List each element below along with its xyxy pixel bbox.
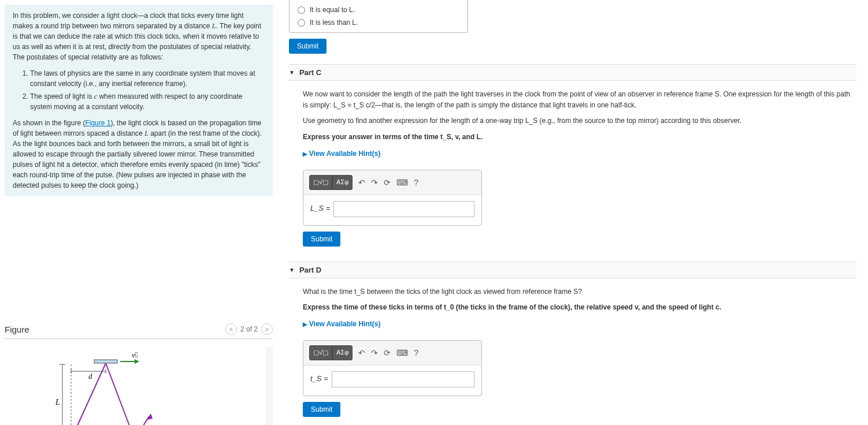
part-c-text1: We now want to consider the length of th… — [303, 89, 856, 111]
part-d-text1: What is the time t_S between the ticks o… — [303, 286, 856, 297]
svg-marker-7 — [135, 359, 139, 364]
radio-less-input[interactable] — [298, 19, 305, 27]
part-d-header[interactable]: ▼ Part D — [289, 262, 856, 278]
answer-input-d[interactable] — [332, 371, 474, 387]
redo-icon[interactable]: ↷ — [371, 346, 378, 359]
submit-button-d[interactable]: Submit — [303, 402, 340, 417]
reset-icon[interactable]: ⟳ — [384, 346, 391, 359]
svg-text:v⃗: v⃗ — [132, 351, 138, 359]
figure-link[interactable]: Figure 1 — [85, 119, 110, 127]
part-d-title: Part D — [299, 266, 321, 274]
keyboard-icon[interactable]: ⌨ — [396, 346, 408, 359]
help-icon[interactable]: ? — [414, 346, 418, 359]
figure-pager: < 2 of 2 > — [225, 323, 273, 335]
problem-intro: In this problem, we consider a light clo… — [5, 5, 273, 196]
pager-prev-button[interactable]: < — [225, 323, 237, 335]
svg-line-15 — [135, 416, 149, 425]
collapse-icon: ▼ — [289, 69, 295, 76]
answer-input-c[interactable] — [333, 201, 474, 217]
figure-diagram: L v⃗ d — [5, 347, 273, 425]
undo-icon[interactable]: ↶ — [358, 176, 365, 189]
redo-icon[interactable]: ↷ — [371, 176, 378, 189]
undo-icon[interactable]: ↶ — [358, 346, 365, 359]
figure-title: Figure — [5, 325, 29, 334]
part-c-title: Part C — [299, 68, 321, 77]
greek-button[interactable]: ΑΣφ — [332, 175, 353, 190]
svg-marker-16 — [147, 413, 153, 420]
templates-button[interactable]: ▢√▢ — [309, 345, 332, 360]
templates-button[interactable]: ▢√▢ — [309, 175, 332, 190]
answer-label-c: L_S = — [310, 203, 330, 215]
submit-button-c[interactable]: Submit — [303, 232, 340, 247]
reset-icon[interactable]: ⟳ — [384, 176, 391, 189]
svg-text:L: L — [55, 398, 60, 407]
part-c-text2: Use geometry to find another expression … — [303, 115, 856, 126]
answer-label-d: t_S = — [310, 373, 328, 385]
part-c-header[interactable]: ▼ Part C — [289, 64, 856, 81]
hints-toggle-c[interactable]: View Available Hint(s) — [303, 148, 380, 159]
greek-button[interactable]: ΑΣφ — [332, 345, 353, 360]
pager-next-button[interactable]: > — [261, 323, 273, 335]
keyboard-icon[interactable]: ⌨ — [396, 176, 408, 189]
svg-rect-5 — [94, 360, 117, 363]
answer-box-c: ▢√▢ ΑΣφ ↶ ↷ ⟳ ⌨ ? L_S = — [303, 170, 482, 226]
radio-option-equal[interactable]: It is equal to L. — [290, 3, 468, 16]
hints-toggle-d[interactable]: View Available Hint(s) — [303, 319, 380, 330]
answer-box-d: ▢√▢ ΑΣφ ↶ ↷ ⟳ ⌨ ? t_S = — [303, 340, 482, 396]
part-c-instruct: Express your answer in terms of the time… — [303, 132, 856, 143]
var-L: L — [212, 22, 216, 30]
part-d-instruct: Express the time of these ticks in terms… — [303, 302, 856, 313]
radio-option-less[interactable]: It is less than L. — [290, 16, 468, 29]
svg-text:d: d — [88, 372, 92, 381]
radio-equal-input[interactable] — [298, 6, 305, 14]
intro-text: In this problem, we consider a light clo… — [13, 12, 244, 30]
collapse-icon: ▼ — [289, 267, 295, 273]
svg-line-14 — [106, 363, 135, 425]
help-icon[interactable]: ? — [414, 176, 418, 189]
part-b-tail: It is equal to L. It is less than L. Sub… — [289, 0, 856, 54]
postulate-2: The speed of light is c when measured wi… — [30, 91, 265, 112]
postulate-1: The laws of physics are the same in any … — [30, 68, 265, 89]
pager-label: 2 of 2 — [240, 325, 258, 333]
submit-button-partb[interactable]: Submit — [289, 39, 327, 54]
